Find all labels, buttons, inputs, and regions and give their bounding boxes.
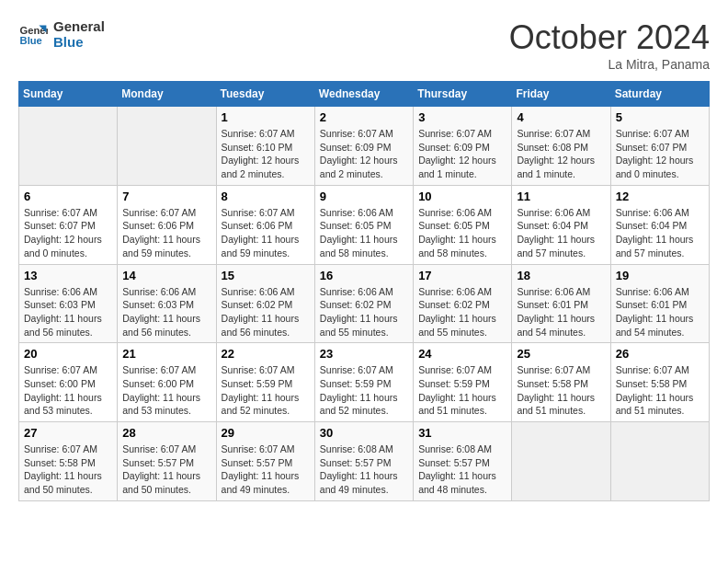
day-number: 17: [418, 269, 506, 282]
calendar-table: SundayMondayTuesdayWednesdayThursdayFrid…: [18, 81, 710, 501]
logo-icon: General Blue: [18, 19, 48, 49]
day-number: 18: [517, 269, 605, 282]
calendar-cell: 18Sunrise: 6:06 AMSunset: 6:01 PMDayligh…: [512, 264, 610, 343]
calendar-cell: 4Sunrise: 6:07 AMSunset: 6:08 PMDaylight…: [512, 107, 610, 186]
day-detail: Sunrise: 6:07 AMSunset: 5:57 PMDaylight:…: [222, 442, 310, 497]
day-number: 3: [418, 110, 506, 124]
day-detail: Sunrise: 6:07 AMSunset: 6:00 PMDaylight:…: [24, 363, 112, 418]
day-number: 16: [320, 269, 408, 282]
calendar-cell: 19Sunrise: 6:06 AMSunset: 6:01 PMDayligh…: [610, 264, 709, 343]
day-number: 15: [222, 269, 310, 282]
day-number: 29: [222, 426, 310, 440]
day-detail: Sunrise: 6:06 AMSunset: 6:04 PMDaylight:…: [517, 206, 605, 260]
day-detail: Sunrise: 6:07 AMSunset: 6:06 PMDaylight:…: [222, 206, 310, 260]
title-section: October 2024 La Mitra, Panama: [509, 18, 710, 72]
svg-text:Blue: Blue: [20, 35, 42, 46]
day-header-saturday: Saturday: [610, 82, 709, 107]
day-detail: Sunrise: 6:06 AMSunset: 6:03 PMDaylight:…: [24, 285, 112, 339]
day-detail: Sunrise: 6:07 AMSunset: 6:09 PMDaylight:…: [320, 127, 408, 181]
day-detail: Sunrise: 6:07 AMSunset: 5:58 PMDaylight:…: [24, 442, 112, 497]
day-number: 31: [418, 426, 506, 440]
calendar-week-3: 13Sunrise: 6:06 AMSunset: 6:03 PMDayligh…: [19, 264, 710, 343]
day-number: 1: [222, 110, 310, 124]
day-header-friday: Friday: [512, 82, 610, 107]
calendar-cell: 22Sunrise: 6:07 AMSunset: 5:59 PMDayligh…: [216, 343, 314, 422]
day-number: 12: [616, 190, 704, 203]
day-detail: Sunrise: 6:07 AMSunset: 6:07 PMDaylight:…: [24, 206, 112, 260]
day-detail: Sunrise: 6:07 AMSunset: 5:59 PMDaylight:…: [418, 363, 506, 418]
day-detail: Sunrise: 6:06 AMSunset: 6:05 PMDaylight:…: [320, 206, 408, 260]
day-detail: Sunrise: 6:07 AMSunset: 6:09 PMDaylight:…: [418, 127, 506, 181]
day-number: 4: [517, 110, 605, 124]
calendar-cell: 2Sunrise: 6:07 AMSunset: 6:09 PMDaylight…: [314, 107, 413, 186]
calendar-cell: 11Sunrise: 6:06 AMSunset: 6:04 PMDayligh…: [512, 185, 610, 264]
day-detail: Sunrise: 6:06 AMSunset: 6:01 PMDaylight:…: [517, 285, 605, 339]
day-number: 23: [320, 347, 408, 361]
calendar-cell: 15Sunrise: 6:06 AMSunset: 6:02 PMDayligh…: [216, 264, 314, 343]
day-number: 21: [122, 347, 210, 361]
day-header-monday: Monday: [118, 82, 216, 107]
logo: General Blue General Blue: [18, 18, 105, 50]
calendar-cell: 23Sunrise: 6:07 AMSunset: 5:59 PMDayligh…: [314, 343, 413, 422]
calendar-cell: 5Sunrise: 6:07 AMSunset: 6:07 PMDaylight…: [610, 107, 709, 186]
day-detail: Sunrise: 6:06 AMSunset: 6:04 PMDaylight:…: [616, 206, 704, 260]
day-header-sunday: Sunday: [19, 82, 118, 107]
calendar-cell: 26Sunrise: 6:07 AMSunset: 5:58 PMDayligh…: [610, 343, 709, 422]
day-detail: Sunrise: 6:06 AMSunset: 6:01 PMDaylight:…: [616, 285, 704, 339]
day-number: 24: [418, 347, 506, 361]
day-number: 7: [122, 190, 210, 203]
day-number: 8: [222, 190, 310, 203]
day-number: 10: [418, 190, 506, 203]
calendar-cell: 3Sunrise: 6:07 AMSunset: 6:09 PMDaylight…: [414, 107, 512, 186]
calendar-cell: 28Sunrise: 6:07 AMSunset: 5:57 PMDayligh…: [118, 422, 216, 501]
day-header-tuesday: Tuesday: [216, 82, 314, 107]
location-subtitle: La Mitra, Panama: [509, 57, 710, 72]
calendar-cell: 9Sunrise: 6:06 AMSunset: 6:05 PMDaylight…: [314, 185, 413, 264]
day-number: 22: [222, 347, 310, 361]
calendar-cell: 21Sunrise: 6:07 AMSunset: 6:00 PMDayligh…: [118, 343, 216, 422]
calendar-cell: 12Sunrise: 6:06 AMSunset: 6:04 PMDayligh…: [610, 185, 709, 264]
day-detail: Sunrise: 6:06 AMSunset: 6:05 PMDaylight:…: [418, 206, 506, 260]
calendar-week-5: 27Sunrise: 6:07 AMSunset: 5:58 PMDayligh…: [19, 422, 710, 501]
calendar-week-2: 6Sunrise: 6:07 AMSunset: 6:07 PMDaylight…: [19, 185, 710, 264]
day-number: 9: [320, 190, 408, 203]
logo-blue: Blue: [53, 34, 105, 50]
calendar-body: 1Sunrise: 6:07 AMSunset: 6:10 PMDaylight…: [19, 107, 710, 501]
calendar-header-row: SundayMondayTuesdayWednesdayThursdayFrid…: [19, 82, 710, 107]
day-number: 20: [24, 347, 112, 361]
calendar-cell: 20Sunrise: 6:07 AMSunset: 6:00 PMDayligh…: [19, 343, 118, 422]
day-number: 2: [320, 110, 408, 124]
day-detail: Sunrise: 6:07 AMSunset: 6:07 PMDaylight:…: [616, 127, 704, 181]
calendar-week-1: 1Sunrise: 6:07 AMSunset: 6:10 PMDaylight…: [19, 107, 710, 186]
day-detail: Sunrise: 6:07 AMSunset: 5:57 PMDaylight:…: [122, 442, 210, 497]
day-number: 5: [616, 110, 704, 124]
day-number: 13: [24, 269, 112, 282]
day-detail: Sunrise: 6:06 AMSunset: 6:02 PMDaylight:…: [222, 285, 310, 339]
day-detail: Sunrise: 6:08 AMSunset: 5:57 PMDaylight:…: [320, 442, 408, 497]
calendar-cell: 24Sunrise: 6:07 AMSunset: 5:59 PMDayligh…: [414, 343, 512, 422]
calendar-cell: 8Sunrise: 6:07 AMSunset: 6:06 PMDaylight…: [216, 185, 314, 264]
calendar-cell: 29Sunrise: 6:07 AMSunset: 5:57 PMDayligh…: [216, 422, 314, 501]
day-header-wednesday: Wednesday: [314, 82, 413, 107]
calendar-cell: 1Sunrise: 6:07 AMSunset: 6:10 PMDaylight…: [216, 107, 314, 186]
day-detail: Sunrise: 6:07 AMSunset: 5:59 PMDaylight:…: [222, 363, 310, 418]
calendar-cell: 17Sunrise: 6:06 AMSunset: 6:02 PMDayligh…: [414, 264, 512, 343]
calendar-week-4: 20Sunrise: 6:07 AMSunset: 6:00 PMDayligh…: [19, 343, 710, 422]
day-detail: Sunrise: 6:06 AMSunset: 6:03 PMDaylight:…: [122, 285, 210, 339]
day-number: 28: [122, 426, 210, 440]
calendar-cell: 13Sunrise: 6:06 AMSunset: 6:03 PMDayligh…: [19, 264, 118, 343]
calendar-cell: [512, 422, 610, 501]
day-detail: Sunrise: 6:08 AMSunset: 5:57 PMDaylight:…: [418, 442, 506, 497]
day-detail: Sunrise: 6:07 AMSunset: 6:06 PMDaylight:…: [122, 206, 210, 260]
calendar-cell: 25Sunrise: 6:07 AMSunset: 5:58 PMDayligh…: [512, 343, 610, 422]
calendar-cell: 14Sunrise: 6:06 AMSunset: 6:03 PMDayligh…: [118, 264, 216, 343]
day-number: 26: [616, 347, 704, 361]
calendar-cell: [118, 107, 216, 186]
month-title: October 2024: [509, 18, 710, 57]
calendar-cell: 27Sunrise: 6:07 AMSunset: 5:58 PMDayligh…: [19, 422, 118, 501]
calendar-cell: [610, 422, 709, 501]
day-number: 27: [24, 426, 112, 440]
day-number: 30: [320, 426, 408, 440]
day-number: 14: [122, 269, 210, 282]
day-detail: Sunrise: 6:06 AMSunset: 6:02 PMDaylight:…: [418, 285, 506, 339]
